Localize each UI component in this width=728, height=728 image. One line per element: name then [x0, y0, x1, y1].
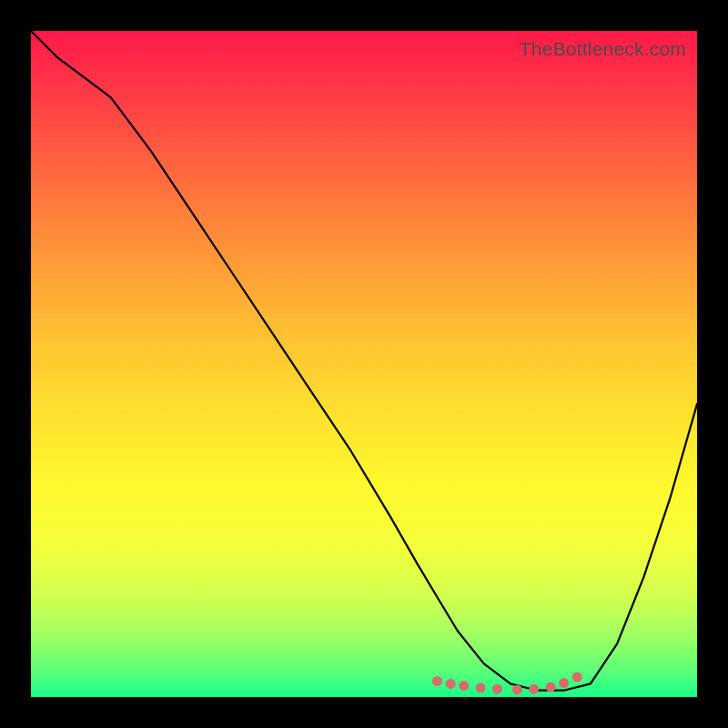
bottleneck-curve-path	[31, 31, 697, 691]
chart-svg	[31, 31, 697, 697]
chart-plot-area: TheBottleneck.com	[31, 31, 697, 697]
sweet-spot-dot	[559, 678, 569, 688]
sweet-spot-dot	[476, 682, 486, 693]
sweet-spot-dot	[432, 676, 442, 686]
watermark-text: TheBottleneck.com	[520, 38, 686, 60]
sweet-spot-dot	[572, 672, 582, 682]
sweet-spot-dot	[446, 679, 456, 689]
sweet-spot-dot	[492, 684, 502, 694]
sweet-spot-dot	[529, 684, 539, 694]
sweet-spot-dot	[546, 682, 556, 693]
sweet-spot-dot	[459, 681, 469, 691]
sweet-spot-dot	[512, 684, 522, 694]
